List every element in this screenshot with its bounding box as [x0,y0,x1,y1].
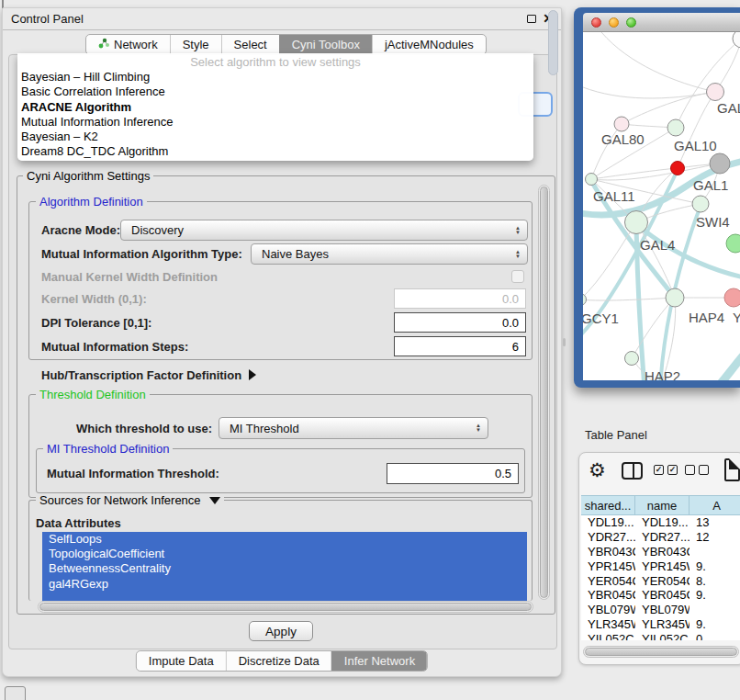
network-node-gal10[interactable] [667,119,684,136]
top-tab-bar: NetworkStyleSelectCyni ToolboxjActiveMNo… [85,34,487,55]
aracne-mode-combo[interactable]: Discovery ▲▼ [120,220,528,241]
mi-threshold-field[interactable]: 0.5 [387,463,519,484]
dropdown-item-bayesian-hill-climbing[interactable]: Bayesian – Hill Climbing [17,70,533,85]
panel-title: Control Panel [11,8,84,30]
table-cell [690,603,740,617]
page-icon[interactable] [724,458,740,481]
column-header-name[interactable]: name [635,496,690,514]
dropdown-prompt: Select algorithm to view settings [17,54,533,70]
table-cell: 8. [690,573,740,588]
sources-expander[interactable]: Sources for Network Inference [36,493,224,507]
network-node[interactable] [671,162,685,175]
tab-select[interactable]: Select [221,35,279,54]
node-label: SWI4 [696,214,730,230]
network-canvas[interactable]: GALGAL80GAL10GAL1GAL11GAL4SWI4GCY1HAP4YH… [583,32,740,380]
attribute-item-selfloops[interactable]: SelfLoops [42,532,527,547]
manual-kernel-checkbox[interactable] [511,270,524,283]
network-node[interactable] [710,153,730,174]
table-row[interactable]: YER054CYER054C8. [581,573,740,588]
network-node-gal1[interactable] [692,196,709,212]
close-traffic-light[interactable] [591,17,601,28]
dpi-tolerance-field[interactable]: 0.0 [394,312,526,333]
select-all-icon[interactable]: ✓✓ [654,465,678,475]
tab-infer-network[interactable]: Infer Network [331,651,427,671]
table-row[interactable]: YIL052CYIL052C0. [581,631,740,640]
settings-group-title: Cyni Algorithm Settings [23,169,153,183]
algorithm-definition-title: Algorithm Definition [36,195,147,209]
table-cell: YER054C [635,573,690,588]
attribute-item-betweennesscentrality[interactable]: BetweennessCentrality [42,561,527,576]
float-window-icon[interactable] [527,15,536,23]
columns-icon[interactable] [622,462,643,480]
table-horizontal-scrollbar[interactable] [583,646,739,658]
table-cell: 0. [690,631,740,640]
settings-vertical-scrollbar[interactable] [538,185,550,600]
deselect-all-icon[interactable] [685,465,709,475]
which-threshold-combo[interactable]: MI Threshold ▲▼ [219,417,488,439]
network-node-gcy1[interactable] [583,294,587,306]
table-cell: YBR043C [635,545,690,559]
network-node-y[interactable] [724,288,740,307]
network-node-hap4[interactable] [666,288,684,307]
attribute-item-topologicalcoefficient[interactable]: TopologicalCoefficient [42,547,527,561]
minimize-traffic-light[interactable] [609,17,619,28]
zoom-traffic-light[interactable] [626,17,636,28]
table-body: YDL19...YDL19...13YDR27...YDR27...12YBR0… [581,515,740,640]
dropdown-item-dream8-dc-tdc-algorithm[interactable]: Dream8 DC_TDC Algorithm [17,144,533,159]
splitter-grip[interactable] [563,338,566,346]
mi-threshold-label: Mutual Information Threshold: [47,463,219,484]
tab-jactivemnodules[interactable]: jActiveMNodules [372,35,486,54]
tab-discretize-data[interactable]: Discretize Data [226,651,331,671]
column-header-shared[interactable]: shared... [581,496,635,514]
dropdown-item-bayesian-k2[interactable]: Bayesian – K2 [17,130,533,144]
network-node-swi4[interactable] [726,234,740,253]
gear-icon[interactable]: ⚙ [589,460,606,480]
attribute-item-gal4rgexp[interactable]: gal4RGexp [42,577,527,592]
table-cell: 12 [690,530,740,545]
node-label: GCY1 [583,310,619,326]
data-attributes-list[interactable]: SelfLoopsTopologicalCoefficientBetweenne… [42,532,527,602]
table-row[interactable]: YBL079WYBL079W [581,603,740,617]
network-node-gal4[interactable] [625,211,648,234]
kernel-width-field[interactable]: 0.0 [394,288,526,309]
mi-steps-field[interactable]: 6 [394,336,526,356]
dropdown-item-basic-correlation-inference[interactable]: Basic Correlation Inference [17,85,533,99]
table-cell: YPR145W [635,559,690,573]
table-row[interactable]: YBR043CYBR043C [581,545,740,559]
algorithm-dropdown: Select algorithm to view settings Bayesi… [17,53,533,161]
table-cell: YBR045C [635,588,690,603]
tab-network[interactable]: Network [86,35,170,54]
table-cell: YBR045C [581,588,635,603]
column-header-third[interactable]: A [690,496,740,514]
network-node-gal11[interactable] [586,174,598,186]
network-window-titlebar[interactable] [583,13,740,32]
table-cell: 13 [690,515,740,530]
network-node-gal80[interactable] [614,117,629,131]
table-cell: 9. [690,617,740,632]
node-label: GAL4 [640,237,675,253]
dropdown-item-aracne-algorithm[interactable]: ARACNE Algorithm [17,100,533,115]
manual-kernel-label: Manual Kernel Width Definition [41,270,218,284]
mi-type-combo[interactable]: Naive Bayes ▲▼ [251,243,528,265]
apply-button[interactable]: Apply [249,621,313,641]
minimized-panel-icon[interactable] [5,686,26,700]
network-node-gal[interactable] [707,84,724,101]
table-row[interactable]: YPR145WYPR145W9. [581,559,740,573]
hub-tf-label: Hub/Transcription Factor Definition [41,368,241,382]
network-node-hap2[interactable] [625,352,639,366]
attribute-list-scrollbar[interactable] [548,10,558,75]
tab-impute-data[interactable]: Impute Data [137,651,226,671]
mi-type-label: Mutual Information Algorithm Type: [41,243,242,265]
dropdown-item-mutual-information-inference[interactable]: Mutual Information Inference [17,115,533,130]
table-cell: YER054C [581,573,635,588]
tab-cyni-toolbox[interactable]: Cyni Toolbox [279,35,372,54]
table-row[interactable]: YLR345WYLR345W9. [581,617,740,632]
data-attributes-label: Data Attributes [36,515,121,530]
table-row[interactable]: YDL19...YDL19...13 [581,515,740,530]
settings-horizontal-scrollbar[interactable] [38,601,533,613]
hub-tf-expander[interactable]: Hub/Transcription Factor Definition [41,367,256,383]
table-row[interactable]: YDR27...YDR27...12 [581,530,740,545]
tab-style[interactable]: Style [170,35,221,54]
sources-title: Sources for Network Inference [39,493,201,507]
table-row[interactable]: YBR045CYBR045C9. [581,588,740,603]
